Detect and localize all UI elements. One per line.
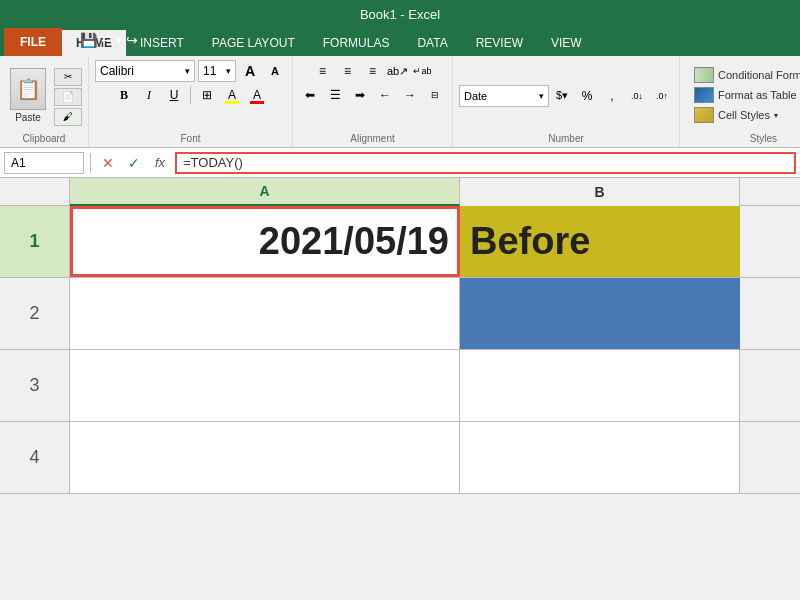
cut-button[interactable]: ✂ — [54, 68, 82, 86]
confirm-formula-button[interactable]: ✓ — [123, 152, 145, 174]
cut-copy-buttons: ✂ 📄 🖌 — [54, 66, 82, 126]
format-as-table-button[interactable]: Format as Table ▾ — [690, 86, 800, 104]
format-table-icon — [694, 87, 714, 103]
font-name-row: Calibri ▾ 11 ▾ A A — [95, 60, 286, 82]
align-right-button[interactable]: ➡ — [349, 84, 371, 106]
underline-button[interactable]: U — [163, 84, 185, 106]
ribbon-tabs: 💾 ↩ ▾ ↪ FILE HOME INSERT PAGE LAYOUT FOR… — [0, 28, 800, 56]
fill-color-indicator — [225, 101, 239, 104]
alignment-group: ≡ ≡ ≡ ab↗ ↵ab ⬅ ☰ ➡ ← → ⊟ Alignment — [293, 56, 453, 147]
font-name-box[interactable]: Calibri ▾ — [95, 60, 195, 82]
angle-text-button[interactable]: ab↗ — [387, 60, 409, 82]
conditional-formatting-button[interactable]: Conditional Formatting ▾ — [690, 66, 800, 84]
formula-separator — [90, 153, 91, 173]
font-group: Calibri ▾ 11 ▾ A A B I U ⊞ — [89, 56, 293, 147]
quick-access-toolbar: 💾 ↩ ▾ ↪ — [80, 32, 138, 48]
column-header-b[interactable]: B — [460, 178, 740, 206]
cell-styles-arrow: ▾ — [774, 111, 778, 120]
font-color-icon: A — [253, 88, 261, 102]
cell-a3[interactable] — [70, 350, 460, 421]
decrease-indent-button[interactable]: ← — [374, 84, 396, 106]
formula-bar: A1 ✕ ✓ fx =TODAY() — [0, 148, 800, 178]
conditional-formatting-label: Conditional Formatting — [718, 69, 800, 81]
copy-button[interactable]: 📄 — [54, 88, 82, 106]
number-format-arrow: ▾ — [539, 91, 544, 101]
redo-icon[interactable]: ↪ — [126, 32, 138, 48]
cell-b4[interactable] — [460, 422, 740, 493]
wrap-text-button[interactable]: ↵ab — [412, 60, 434, 82]
cell-a1-value: 2021/05/19 — [259, 220, 449, 263]
fill-color-button[interactable]: A — [221, 84, 243, 106]
tab-formulas[interactable]: FORMULAS — [309, 30, 404, 56]
cell-styles-label: Cell Styles — [718, 109, 770, 121]
decrease-decimal-button[interactable]: .0↓ — [626, 85, 648, 107]
decrease-font-button[interactable]: A — [264, 60, 286, 82]
format-painter-button[interactable]: 🖌 — [54, 108, 82, 126]
currency-button[interactable]: $▾ — [551, 85, 573, 107]
clipboard-label: Clipboard — [0, 133, 88, 144]
italic-button[interactable]: I — [138, 84, 160, 106]
cell-a4[interactable] — [70, 422, 460, 493]
cell-styles-button[interactable]: Cell Styles ▾ — [690, 106, 782, 124]
cell-ref-box[interactable]: A1 — [4, 152, 84, 174]
fx-button[interactable]: fx — [149, 152, 171, 174]
row-header-2[interactable]: 2 — [0, 278, 70, 349]
align-top-center-button[interactable]: ≡ — [337, 60, 359, 82]
border-button[interactable]: ⊞ — [196, 84, 218, 106]
paste-icon: 📋 — [10, 68, 46, 110]
bold-button[interactable]: B — [113, 84, 135, 106]
percent-button[interactable]: % — [576, 85, 598, 107]
align-center-button[interactable]: ☰ — [324, 84, 346, 106]
cell-a1[interactable]: 2021/05/19 — [70, 206, 460, 277]
number-format-row: $▾ % , .0↓ .0↑ — [551, 85, 673, 107]
cell-b1-value: Before — [470, 220, 590, 263]
font-format-row: B I U ⊞ A A — [113, 84, 268, 106]
font-label: Font — [89, 133, 292, 144]
table-row: 2 — [0, 278, 800, 350]
align-top-left-button[interactable]: ≡ — [312, 60, 334, 82]
fill-color-icon: A — [228, 88, 236, 102]
increase-font-button[interactable]: A — [239, 60, 261, 82]
row-header-3[interactable]: 3 — [0, 350, 70, 421]
app-title: Book1 - Excel — [360, 7, 440, 22]
comma-button[interactable]: , — [601, 85, 623, 107]
tab-view[interactable]: VIEW — [537, 30, 596, 56]
align-bottom-row: ⬅ ☰ ➡ ← → ⊟ — [299, 84, 446, 106]
format-as-table-label: Format as Table — [718, 89, 797, 101]
cell-styles-icon — [694, 107, 714, 123]
undo-arrow: ▾ — [117, 35, 122, 45]
row-header-4[interactable]: 4 — [0, 422, 70, 493]
tab-file[interactable]: FILE — [4, 28, 62, 56]
font-color-indicator — [250, 101, 264, 104]
increase-decimal-button[interactable]: .0↑ — [651, 85, 673, 107]
align-left-button[interactable]: ⬅ — [299, 84, 321, 106]
alignment-label: Alignment — [293, 133, 452, 144]
paste-label: Paste — [15, 112, 41, 123]
cancel-formula-button[interactable]: ✕ — [97, 152, 119, 174]
undo-icon[interactable]: ↩ — [101, 32, 113, 48]
tab-review[interactable]: REVIEW — [462, 30, 537, 56]
align-top-right-button[interactable]: ≡ — [362, 60, 384, 82]
clipboard-group: 📋 Paste ✂ 📄 🖌 Clipboard — [0, 56, 89, 147]
cell-b2[interactable] — [460, 278, 740, 349]
cell-b3[interactable] — [460, 350, 740, 421]
tab-data[interactable]: DATA — [403, 30, 461, 56]
table-row: 3 — [0, 350, 800, 422]
number-label: Number — [453, 133, 679, 144]
table-row: 4 — [0, 422, 800, 494]
merge-button[interactable]: ⊟ — [424, 84, 446, 106]
number-format-box[interactable]: Date ▾ — [459, 85, 549, 107]
tab-page-layout[interactable]: PAGE LAYOUT — [198, 30, 309, 56]
cell-b1[interactable]: Before — [460, 206, 740, 277]
increase-indent-button[interactable]: → — [399, 84, 421, 106]
paste-button[interactable]: 📋 Paste — [6, 66, 50, 125]
conditional-format-icon — [694, 67, 714, 83]
cell-a2[interactable] — [70, 278, 460, 349]
size-dropdown-arrow: ▾ — [226, 66, 231, 76]
save-icon[interactable]: 💾 — [80, 32, 97, 48]
column-header-a[interactable]: A — [70, 178, 460, 206]
font-size-box[interactable]: 11 ▾ — [198, 60, 236, 82]
font-color-button[interactable]: A — [246, 84, 268, 106]
formula-input[interactable]: =TODAY() — [175, 152, 796, 174]
row-header-1[interactable]: 1 — [0, 206, 70, 277]
